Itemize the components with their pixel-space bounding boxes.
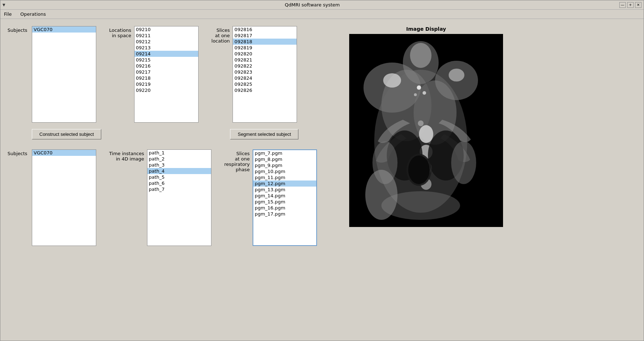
- window-arrow-icon[interactable]: ▼: [3, 3, 5, 7]
- bottom-section: Subjects VGC070 Time instances in 4D ima…: [8, 149, 317, 246]
- list-item[interactable]: pgm_14.pgm: [253, 193, 316, 199]
- menu-bar: File Operations: [0, 10, 644, 19]
- operations-menu[interactable]: Operations: [19, 11, 47, 17]
- image-display-title: Image Display: [406, 26, 446, 32]
- svg-point-6: [419, 125, 433, 143]
- svg-point-17: [449, 69, 464, 81]
- list-item[interactable]: path_4: [147, 168, 211, 174]
- close-button[interactable]: ✕: [635, 2, 641, 8]
- list-item[interactable]: pgm_15.pgm: [253, 199, 316, 205]
- list-item[interactable]: path_7: [147, 186, 211, 192]
- svg-point-16: [383, 73, 401, 88]
- slices-respiratory-label-group: Slices at one respiratory phase: [224, 151, 250, 172]
- list-item[interactable]: 09219: [135, 81, 198, 87]
- list-item[interactable]: pgm_8.pgm: [253, 156, 316, 162]
- title-bar-controls: — + ✕: [619, 2, 641, 8]
- image-display-panel: Image Display: [349, 26, 503, 227]
- list-item[interactable]: 092822: [233, 63, 297, 69]
- time-instances-listbox[interactable]: path_1 path_2 path_3 path_4 path_5 path_…: [147, 149, 211, 246]
- svg-point-21: [410, 43, 431, 68]
- list-item[interactable]: 092817: [233, 33, 297, 39]
- list-item[interactable]: pgm_17.pgm: [253, 211, 316, 217]
- svg-point-24: [414, 93, 417, 96]
- list-item[interactable]: pgm_16.pgm: [253, 205, 316, 211]
- list-item[interactable]: 09213: [135, 45, 198, 51]
- list-item[interactable]: 09215: [135, 57, 198, 63]
- list-item[interactable]: 09220: [135, 87, 198, 93]
- slices-label-line1: Slices: [216, 28, 230, 33]
- list-item[interactable]: 092826: [233, 87, 297, 93]
- main-window: ▼ QdMRI software system — + ✕ File Opera…: [0, 0, 644, 341]
- svg-point-22: [417, 85, 421, 90]
- top-section: Subjects VGC070 Locations in space 09210: [8, 26, 317, 123]
- construct-subject-button[interactable]: Construct selected subject: [32, 129, 101, 139]
- minimize-button[interactable]: —: [619, 2, 626, 8]
- list-item[interactable]: 09211: [135, 33, 198, 39]
- list-item[interactable]: path_6: [147, 180, 211, 186]
- time-instances-label-line2: in 4D image: [116, 156, 144, 162]
- bottom-subjects-label: Subjects: [8, 151, 29, 156]
- list-item[interactable]: 092816: [233, 26, 297, 33]
- list-item[interactable]: 09212: [135, 39, 198, 45]
- list-item[interactable]: path_5: [147, 174, 211, 180]
- list-item[interactable]: pgm_12.pgm: [253, 181, 316, 187]
- slices-resp-label-line3: respiratory: [224, 162, 250, 167]
- bottom-subjects-listbox[interactable]: VGC070: [32, 149, 96, 246]
- main-content: Subjects VGC070 Locations in space 09210: [0, 19, 644, 341]
- locations-listbox[interactable]: 09210 09211 09212 09213 09214 09215 0921…: [134, 26, 199, 123]
- svg-point-13: [451, 141, 476, 184]
- slices-label-line2: at one: [215, 33, 230, 38]
- slices-resp-label-line2: at one: [235, 156, 250, 162]
- list-item[interactable]: pgm_9.pgm: [253, 162, 316, 168]
- list-item[interactable]: 092825: [233, 81, 297, 87]
- list-item[interactable]: 09218: [135, 75, 198, 81]
- list-item[interactable]: 09210: [135, 26, 198, 33]
- mri-image: [349, 34, 503, 227]
- time-instances-label-group: Time instances in 4D image: [109, 151, 144, 162]
- list-item[interactable]: VGC070: [32, 150, 96, 156]
- list-item[interactable]: 092819: [233, 45, 297, 51]
- slices-respiratory-listbox[interactable]: pgm_7.pgm pgm_8.pgm pgm_9.pgm pgm_10.pgm…: [253, 149, 317, 246]
- list-item[interactable]: pgm_11.pgm: [253, 174, 316, 181]
- svg-point-25: [418, 120, 424, 126]
- time-instances-label-line1: Time instances: [109, 151, 144, 156]
- list-item[interactable]: path_3: [147, 162, 211, 168]
- list-item[interactable]: 09217: [135, 69, 198, 75]
- top-subjects-listbox[interactable]: VGC070: [32, 26, 96, 123]
- list-item[interactable]: 092823: [233, 69, 297, 75]
- window-title: QdMRI software system: [285, 2, 340, 8]
- file-menu[interactable]: File: [3, 11, 13, 17]
- list-item[interactable]: 092818: [233, 39, 297, 45]
- slices-resp-label-line1: Slices: [236, 151, 249, 156]
- svg-point-19: [408, 155, 430, 184]
- svg-point-15: [365, 170, 397, 220]
- list-item[interactable]: 092824: [233, 75, 297, 81]
- list-item[interactable]: 092821: [233, 57, 297, 63]
- maximize-button[interactable]: +: [627, 2, 634, 8]
- locations-label-group: Locations in space: [109, 28, 131, 38]
- list-item[interactable]: 09216: [135, 63, 198, 69]
- list-item[interactable]: pgm_10.pgm: [253, 168, 316, 174]
- list-item[interactable]: pgm_13.pgm: [253, 187, 316, 193]
- list-item[interactable]: VGC070: [32, 26, 96, 33]
- list-item[interactable]: path_2: [147, 156, 211, 162]
- top-slices-listbox[interactable]: 092816 092817 092818 092819 092820 09282…: [233, 26, 297, 123]
- svg-point-23: [423, 91, 426, 95]
- list-item[interactable]: 09214: [135, 51, 198, 57]
- list-item[interactable]: path_1: [147, 150, 211, 156]
- list-item[interactable]: 092820: [233, 51, 297, 57]
- locations-label-line1: Locations: [109, 28, 131, 33]
- locations-label-line2: in space: [112, 33, 131, 38]
- title-bar: ▼ QdMRI software system — + ✕: [0, 0, 644, 10]
- list-item[interactable]: pgm_7.pgm: [253, 150, 316, 156]
- title-bar-left: ▼: [3, 3, 5, 7]
- mri-svg: [349, 34, 503, 227]
- slices-label-line3: location: [211, 38, 230, 44]
- slices-label-group: Slices at one location: [211, 28, 230, 44]
- top-subjects-label: Subjects: [8, 28, 29, 33]
- segment-subject-button[interactable]: Segment selected subject: [230, 129, 298, 139]
- slices-resp-label-line4: phase: [236, 167, 250, 172]
